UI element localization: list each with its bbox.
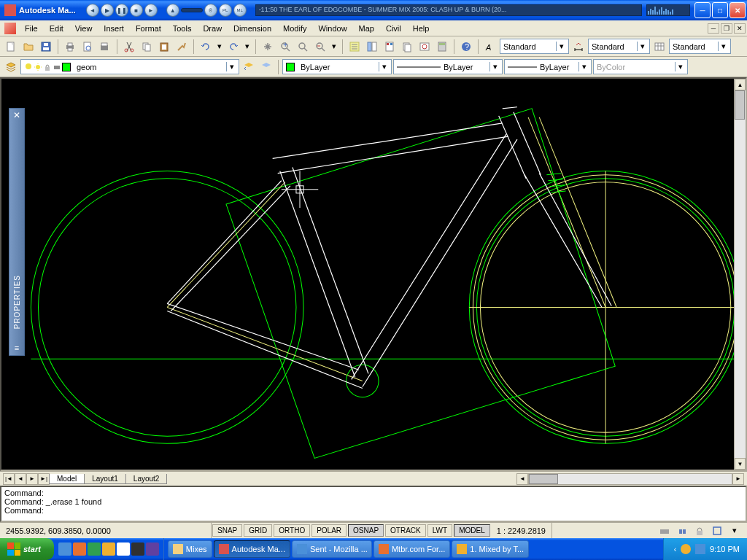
dimstyle-icon[interactable] xyxy=(570,39,587,55)
print-icon[interactable] xyxy=(62,39,78,55)
calc-icon[interactable] xyxy=(434,39,450,55)
properties-icon[interactable] xyxy=(347,39,363,55)
lineweight-dropdown[interactable]: ByLayer ▾ xyxy=(504,59,592,74)
match-icon[interactable] xyxy=(174,39,190,55)
media-play-icon[interactable]: ▶ xyxy=(101,4,114,17)
ql-cmd-icon[interactable] xyxy=(131,542,144,556)
dimstyle-dropdown[interactable]: Standard▾ xyxy=(588,39,650,54)
tab-prev-icon[interactable]: ◄ xyxy=(15,473,26,485)
status-tray-icon[interactable]: ▾ xyxy=(727,523,743,539)
preview-icon[interactable] xyxy=(80,39,96,55)
vertical-scrollbar[interactable]: ▲ ▼ xyxy=(734,79,746,470)
close-button[interactable]: ✕ xyxy=(729,2,746,18)
paste-icon[interactable] xyxy=(156,39,172,55)
textstyle-icon[interactable]: A xyxy=(482,39,498,55)
menu-map[interactable]: Map xyxy=(353,22,380,35)
drawing-canvas[interactable]: ✕ PROPERTIES ≡ ▲ ▼ xyxy=(0,77,747,471)
properties-panel[interactable]: ✕ PROPERTIES ≡ xyxy=(9,108,25,356)
ortho-toggle[interactable]: ORTHO xyxy=(274,524,310,537)
menu-edit[interactable]: Edit xyxy=(44,22,69,35)
cut-icon[interactable] xyxy=(121,39,137,55)
ql-app-icon[interactable] xyxy=(88,542,101,556)
pan-icon[interactable] xyxy=(260,39,276,55)
layer-states-icon[interactable] xyxy=(258,59,274,75)
menu-window[interactable]: Window xyxy=(312,22,352,35)
menu-file[interactable]: File xyxy=(19,22,44,35)
undo-dropdown-icon[interactable]: ▾ xyxy=(215,39,224,55)
tab-next-icon[interactable]: ► xyxy=(26,473,38,485)
panel-close-icon[interactable]: ✕ xyxy=(10,110,23,123)
layer-manager-icon[interactable] xyxy=(3,59,19,75)
mdi-restore[interactable]: ❐ xyxy=(721,23,732,34)
media-pl-btn[interactable]: PL xyxy=(219,4,232,17)
minimize-button[interactable]: ─ xyxy=(694,2,711,18)
osnap-toggle[interactable]: OSNAP xyxy=(348,524,384,537)
scroll-left-icon[interactable]: ◄ xyxy=(516,473,528,485)
menu-civil[interactable]: Civil xyxy=(380,22,407,35)
tray-icon-2[interactable] xyxy=(695,544,705,554)
scroll-right-icon[interactable]: ► xyxy=(732,473,744,485)
tablestyle-dropdown[interactable]: Standard▾ xyxy=(669,39,731,54)
command-prompt[interactable]: Command: xyxy=(4,506,743,515)
media-pause-icon[interactable]: ❚❚ xyxy=(115,4,128,17)
color-dropdown[interactable]: ByLayer ▾ xyxy=(282,59,392,74)
tab-first-icon[interactable]: |◄ xyxy=(3,473,15,485)
otrack-toggle[interactable]: OTRACK xyxy=(385,524,426,537)
new-icon[interactable] xyxy=(3,39,19,55)
copy-icon[interactable] xyxy=(139,39,155,55)
mdi-minimize[interactable]: ─ xyxy=(708,23,719,34)
ql-desktop-icon[interactable] xyxy=(117,542,130,556)
command-window[interactable]: Command: Command: _.erase 1 found Comman… xyxy=(0,486,747,522)
zoom-dropdown-icon[interactable]: ▾ xyxy=(330,39,338,55)
menu-format[interactable]: Format xyxy=(130,22,167,35)
grid-toggle[interactable]: GRID xyxy=(244,524,272,537)
status-max-icon[interactable] xyxy=(709,523,725,539)
tab-model[interactable]: Model xyxy=(49,474,85,484)
polar-toggle[interactable]: POLAR xyxy=(311,524,347,537)
ql-ie-icon[interactable] xyxy=(58,542,71,556)
status-icon-1[interactable] xyxy=(657,523,673,539)
zoom-win-icon[interactable] xyxy=(295,39,311,55)
sheetset-icon[interactable] xyxy=(399,39,415,55)
undo-icon[interactable] xyxy=(198,39,214,55)
open-icon[interactable] xyxy=(20,39,36,55)
save-icon[interactable] xyxy=(38,39,54,55)
ql-app2-icon[interactable] xyxy=(146,542,159,556)
media-ml-btn[interactable]: ML xyxy=(233,4,247,17)
zoom-prev-icon[interactable] xyxy=(312,39,328,55)
zoom-rt-icon[interactable]: + xyxy=(277,39,293,55)
layer-prev-icon[interactable] xyxy=(241,59,257,75)
publish-icon[interactable] xyxy=(97,39,113,55)
status-icon-2[interactable] xyxy=(674,523,690,539)
vscroll-thumb[interactable] xyxy=(735,90,745,120)
tablestyle-icon[interactable] xyxy=(651,39,667,55)
lwt-toggle[interactable]: LWT xyxy=(427,524,452,537)
redo-dropdown-icon[interactable]: ▾ xyxy=(243,39,252,55)
scroll-down-icon[interactable]: ▼ xyxy=(735,458,746,470)
snap-toggle[interactable]: SNAP xyxy=(212,524,242,537)
textstyle-dropdown[interactable]: Standard▾ xyxy=(500,39,569,54)
ql-winamp-icon[interactable] xyxy=(102,542,115,556)
media-open-icon[interactable]: ▲ xyxy=(166,4,179,17)
menu-modify[interactable]: Modify xyxy=(277,22,312,35)
start-button[interactable]: start xyxy=(0,538,54,560)
tab-layout1[interactable]: Layout1 xyxy=(84,474,126,484)
media-r-btn[interactable]: ® xyxy=(204,4,217,17)
tab-last-icon[interactable]: ►| xyxy=(38,473,50,485)
maximize-button[interactable]: □ xyxy=(712,2,728,18)
menu-help[interactable]: Help xyxy=(407,22,436,35)
status-lock-icon[interactable] xyxy=(692,523,708,539)
clock[interactable]: 9:10 PM xyxy=(710,545,740,553)
media-stop-icon[interactable]: ■ xyxy=(130,4,143,17)
menu-draw[interactable]: Draw xyxy=(197,22,228,35)
designcenter-icon[interactable] xyxy=(364,39,380,55)
taskbar-task[interactable]: Sent - Mozilla ... xyxy=(292,540,372,558)
menu-dimension[interactable]: Dimension xyxy=(228,22,277,35)
help-icon[interactable]: ? xyxy=(458,39,474,55)
volume-slider[interactable] xyxy=(181,8,203,12)
layer-dropdown[interactable]: geom ▾ xyxy=(20,59,239,74)
tab-layout2[interactable]: Layout2 xyxy=(125,474,168,484)
markup-icon[interactable] xyxy=(417,39,433,55)
toolpalette-icon[interactable] xyxy=(382,39,398,55)
redo-icon[interactable] xyxy=(225,39,241,55)
